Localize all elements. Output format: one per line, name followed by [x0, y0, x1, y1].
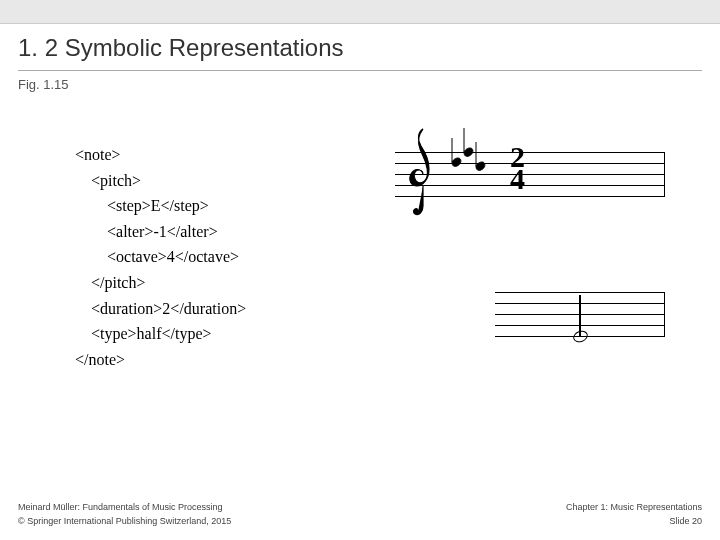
top-bar [0, 0, 720, 24]
xml-line: <octave>4</octave> [75, 248, 239, 265]
time-sig-den: 4 [510, 168, 525, 190]
music-notation: 2 4 [395, 132, 675, 222]
content-area: <note> <pitch> <step>E</step> <alter>-1<… [0, 92, 720, 462]
xml-line: <type>half</type> [75, 325, 212, 342]
footer-copyright: © Springer International Publishing Swit… [18, 516, 231, 526]
xml-line: <note> [75, 146, 121, 163]
barline [664, 152, 666, 196]
xml-line: </pitch> [75, 274, 145, 291]
figure-label: Fig. 1.15 [0, 73, 720, 92]
footer-slide: Slide 20 [669, 516, 702, 526]
footer-chapter: Chapter 1: Music Representations [566, 502, 702, 512]
barline [664, 292, 666, 336]
footer: Meinard Müller: Fundamentals of Music Pr… [0, 500, 720, 540]
title-divider [18, 70, 702, 71]
xml-line: <step>E</step> [75, 197, 209, 214]
xml-line: <duration>2</duration> [75, 300, 246, 317]
page-title: 1. 2 Symbolic Representations [18, 34, 702, 62]
staff-with-note [495, 292, 665, 372]
header: 1. 2 Symbolic Representations [0, 24, 720, 66]
xml-line: <alter>-1</alter> [75, 223, 218, 240]
half-note-icon [573, 331, 588, 342]
treble-clef-icon [403, 124, 443, 224]
xml-line: <pitch> [75, 172, 141, 189]
footer-author: Meinard Müller: Fundamentals of Music Pr… [18, 502, 223, 512]
xml-line: </note> [75, 351, 125, 368]
flat-icon [474, 142, 488, 172]
time-signature: 2 4 [510, 146, 525, 190]
staff-with-clef: 2 4 [395, 132, 665, 222]
